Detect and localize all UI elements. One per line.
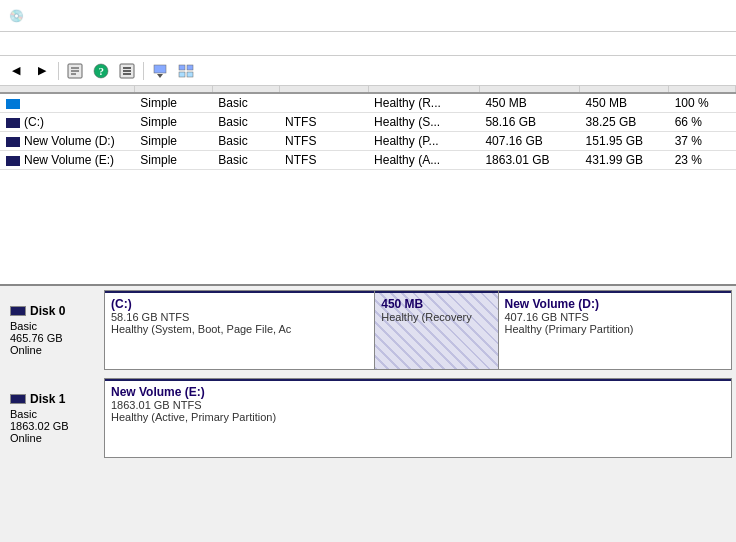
partition[interactable]: New Volume (D:)407.16 GB NTFSHealthy (Pr… — [499, 291, 732, 369]
down-button[interactable] — [148, 60, 172, 82]
col-percentfree — [669, 86, 736, 93]
col-capacity — [479, 86, 579, 93]
menu-bar — [0, 32, 736, 56]
svg-rect-14 — [179, 72, 185, 77]
partition-status: Healthy (Recovery — [381, 311, 491, 323]
partition-name: New Volume (D:) — [505, 297, 726, 311]
partition-size: 407.16 GB NTFS — [505, 311, 726, 323]
table-row[interactable]: New Volume (D:)SimpleBasicNTFSHealthy (P… — [0, 132, 736, 151]
volume-cell: New Volume (D:) — [0, 132, 134, 151]
menu-action[interactable] — [20, 42, 36, 46]
freeSpace-cell: 431.99 GB — [580, 151, 669, 170]
percentFree-cell: 23 % — [669, 151, 736, 170]
volume-cell — [0, 93, 134, 113]
toolbar: ◀ ▶ ? — [0, 56, 736, 86]
menu-file[interactable] — [4, 42, 20, 46]
col-volume — [0, 86, 134, 93]
disk-row: Disk 0 Basic 465.76 GB Online (C:)58.16 … — [4, 290, 732, 370]
window-controls — [582, 6, 728, 26]
capacity-cell: 407.16 GB — [479, 132, 579, 151]
toolbar-separator-1 — [58, 62, 59, 80]
volume-indicator — [6, 156, 20, 166]
status-cell: Healthy (S... — [368, 113, 479, 132]
forward-button[interactable]: ▶ — [30, 60, 54, 82]
svg-rect-13 — [187, 65, 193, 70]
minimize-button[interactable] — [582, 6, 628, 26]
freeSpace-cell: 151.95 GB — [580, 132, 669, 151]
type-cell: Basic — [212, 132, 279, 151]
layout-cell: Simple — [134, 93, 212, 113]
table-row[interactable]: (C:)SimpleBasicNTFSHealthy (S...58.16 GB… — [0, 113, 736, 132]
col-type — [212, 86, 279, 93]
disk-label: Disk 0 Basic 465.76 GB Online — [4, 290, 104, 370]
disk-status: Online — [10, 344, 98, 356]
disk-size: 1863.02 GB — [10, 420, 98, 432]
percentFree-cell: 100 % — [669, 93, 736, 113]
svg-rect-10 — [154, 65, 166, 73]
partition-header-bar — [105, 291, 374, 293]
fileSystem-cell — [279, 93, 368, 113]
back-button[interactable]: ◀ — [4, 60, 28, 82]
app-icon: 💿 — [8, 8, 24, 24]
menu-help[interactable] — [52, 42, 68, 46]
partition-status: Healthy (Active, Primary Partition) — [111, 411, 725, 423]
main-content: SimpleBasicHealthy (R...450 MB450 MB100 … — [0, 86, 736, 542]
volume-table: SimpleBasicHealthy (R...450 MB450 MB100 … — [0, 86, 736, 170]
maximize-button[interactable] — [632, 6, 678, 26]
partition[interactable]: New Volume (E:)1863.01 GB NTFSHealthy (A… — [105, 379, 731, 457]
freeSpace-cell: 38.25 GB — [580, 113, 669, 132]
disk-map-area: Disk 0 Basic 465.76 GB Online (C:)58.16 … — [0, 286, 736, 542]
menu-view[interactable] — [36, 42, 52, 46]
status-cell: Healthy (R... — [368, 93, 479, 113]
partition-header-bar — [105, 379, 731, 381]
partition-name: (C:) — [111, 297, 368, 311]
partition-size: 58.16 GB NTFS — [111, 311, 368, 323]
partition-status: Healthy (System, Boot, Page File, Ac — [111, 323, 368, 335]
fileSystem-cell: NTFS — [279, 132, 368, 151]
volume-indicator — [6, 137, 20, 147]
table-row[interactable]: New Volume (E:)SimpleBasicNTFSHealthy (A… — [0, 151, 736, 170]
disk-type: Basic — [10, 408, 98, 420]
freeSpace-cell: 450 MB — [580, 93, 669, 113]
partition[interactable]: 450 MBHealthy (Recovery — [375, 291, 498, 369]
svg-rect-15 — [187, 72, 193, 77]
volume-cell: (C:) — [0, 113, 134, 132]
fileSystem-cell: NTFS — [279, 151, 368, 170]
layout-cell: Simple — [134, 151, 212, 170]
layout-cell: Simple — [134, 132, 212, 151]
disk-icon — [10, 394, 26, 404]
format-button[interactable] — [115, 60, 139, 82]
status-cell: Healthy (A... — [368, 151, 479, 170]
disk-size: 465.76 GB — [10, 332, 98, 344]
svg-marker-11 — [157, 74, 163, 78]
title-bar: 💿 — [0, 0, 736, 32]
properties-button[interactable] — [63, 60, 87, 82]
col-layout — [134, 86, 212, 93]
toolbar-separator-2 — [143, 62, 144, 80]
volume-table-area[interactable]: SimpleBasicHealthy (R...450 MB450 MB100 … — [0, 86, 736, 286]
partition-name: New Volume (E:) — [111, 385, 725, 399]
partition-header-bar — [375, 291, 497, 293]
help-button[interactable]: ? — [89, 60, 113, 82]
type-cell: Basic — [212, 113, 279, 132]
col-filesystem — [279, 86, 368, 93]
partition-header-bar — [499, 291, 732, 293]
disk-partitions: New Volume (E:)1863.01 GB NTFSHealthy (A… — [104, 378, 732, 458]
close-button[interactable] — [682, 6, 728, 26]
partition-name: 450 MB — [381, 297, 491, 311]
disk-row: Disk 1 Basic 1863.02 GB Online New Volum… — [4, 378, 732, 458]
status-cell: Healthy (P... — [368, 132, 479, 151]
disk-name: Disk 1 — [30, 392, 65, 406]
svg-rect-12 — [179, 65, 185, 70]
table-row[interactable]: SimpleBasicHealthy (R...450 MB450 MB100 … — [0, 93, 736, 113]
volume-indicator — [6, 99, 20, 109]
partition[interactable]: (C:)58.16 GB NTFSHealthy (System, Boot, … — [105, 291, 375, 369]
col-status — [368, 86, 479, 93]
partition-size: 1863.01 GB NTFS — [111, 399, 725, 411]
disk-view-button[interactable] — [174, 60, 198, 82]
disk-partitions: (C:)58.16 GB NTFSHealthy (System, Boot, … — [104, 290, 732, 370]
capacity-cell: 58.16 GB — [479, 113, 579, 132]
disk-type: Basic — [10, 320, 98, 332]
disk-name: Disk 0 — [30, 304, 65, 318]
fileSystem-cell: NTFS — [279, 113, 368, 132]
